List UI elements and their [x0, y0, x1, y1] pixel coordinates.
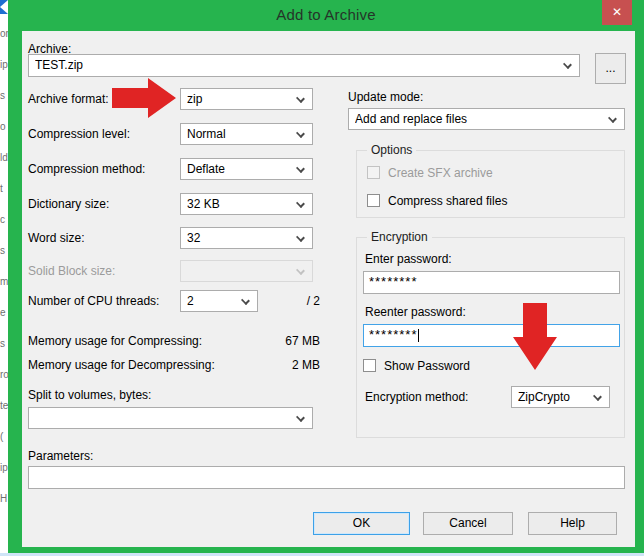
cpu-threads-max: / 2 — [250, 294, 320, 308]
background-icon-fragment — [0, 0, 8, 14]
split-volumes-label: Split to volumes, bytes: — [28, 388, 151, 402]
split-volumes-combobox[interactable] — [28, 407, 313, 429]
enter-password-label: Enter password: — [365, 252, 452, 266]
cpu-threads-select[interactable]: 2 — [180, 290, 258, 312]
close-button[interactable]: ✕ — [602, 0, 632, 25]
compression-method-label: Compression method: — [28, 162, 145, 176]
word-size-select[interactable]: 32 — [180, 227, 313, 249]
dictionary-size-label: Dictionary size: — [28, 197, 109, 211]
chevron-down-icon — [608, 114, 617, 123]
masked-password: ******** — [369, 274, 417, 289]
archive-format-label: Archive format: — [28, 92, 109, 106]
word-size-label: Word size: — [28, 231, 84, 245]
checkbox-icon — [367, 166, 380, 179]
parameters-input[interactable] — [28, 466, 625, 489]
memory-compressing-value: 67 MB — [250, 334, 320, 348]
options-group-title: Options — [367, 143, 416, 157]
help-button[interactable]: Help — [528, 512, 617, 535]
checkbox-icon — [363, 359, 376, 372]
show-password-checkbox[interactable]: Show Password — [363, 358, 563, 374]
background-window-sliver: or ip s o ld t c s m e s ro te ( ip H — [0, 0, 8, 556]
chevron-down-icon — [296, 129, 305, 138]
chevron-down-icon — [241, 296, 250, 305]
masked-password: ******** — [369, 327, 417, 342]
checkbox-icon — [367, 194, 380, 207]
add-to-archive-dialog: Add to Archive ✕ Archive: TEST.zip ... A… — [8, 0, 644, 553]
memory-decompressing-value: 2 MB — [250, 358, 320, 372]
chevron-down-icon — [296, 164, 305, 173]
screen: or ip s o ld t c s m e s ro te ( ip H Ad… — [0, 0, 644, 556]
chevron-down-icon — [296, 413, 305, 422]
enter-password-input[interactable]: ******** — [363, 271, 620, 294]
parameters-label: Parameters: — [28, 449, 93, 463]
red-arrow-right-annotation — [112, 78, 176, 118]
text-caret — [418, 329, 419, 342]
chevron-down-icon — [296, 233, 305, 242]
browse-button[interactable]: ... — [595, 53, 626, 84]
encryption-method-label: Encryption method: — [365, 390, 468, 404]
archive-name-combobox[interactable]: TEST.zip — [28, 54, 580, 77]
titlebar: Add to Archive ✕ — [8, 0, 644, 31]
ellipsis-icon: ... — [605, 61, 615, 75]
chevron-down-icon — [296, 199, 305, 208]
compression-level-select[interactable]: Normal — [180, 123, 313, 145]
solid-block-size-label: Solid Block size: — [28, 264, 115, 278]
close-icon: ✕ — [612, 5, 622, 19]
ok-button[interactable]: OK — [313, 512, 410, 535]
dialog-body: Archive: TEST.zip ... Archive format: zi… — [22, 31, 635, 547]
compression-level-label: Compression level: — [28, 127, 130, 141]
memory-compressing-label: Memory usage for Compressing: — [28, 334, 202, 348]
cpu-threads-label: Number of CPU threads: — [28, 294, 159, 308]
solid-block-size-select — [180, 260, 313, 282]
reenter-password-input[interactable]: ******** — [363, 324, 620, 347]
encryption-group: Encryption Enter password: ******** Reen… — [356, 237, 625, 438]
archive-format-select[interactable]: zip — [180, 88, 313, 110]
window-title: Add to Archive — [8, 6, 644, 23]
compression-method-select[interactable]: Deflate — [180, 158, 313, 180]
update-mode-select[interactable]: Add and replace files — [348, 108, 625, 130]
chevron-down-icon — [296, 266, 305, 275]
memory-decompressing-label: Memory usage for Decompressing: — [28, 358, 215, 372]
chevron-down-icon — [593, 392, 602, 401]
encryption-method-select[interactable]: ZipCrypto — [511, 386, 610, 408]
cancel-button[interactable]: Cancel — [423, 512, 513, 535]
archive-name-value: TEST.zip — [35, 55, 559, 75]
background-text-fragments: or ip s o ld t c s m e s ro te ( ip H — [0, 18, 8, 514]
options-group: Options Create SFX archive Compress shar… — [356, 150, 625, 218]
reenter-password-label: Reenter password: — [365, 305, 466, 319]
update-mode-label: Update mode: — [348, 90, 423, 104]
dictionary-size-select[interactable]: 32 KB — [180, 193, 313, 215]
compress-shared-files-checkbox[interactable]: Compress shared files — [367, 193, 607, 209]
encryption-group-title: Encryption — [367, 230, 432, 244]
chevron-down-icon — [563, 60, 572, 69]
chevron-down-icon — [296, 94, 305, 103]
create-sfx-checkbox: Create SFX archive — [367, 165, 607, 181]
